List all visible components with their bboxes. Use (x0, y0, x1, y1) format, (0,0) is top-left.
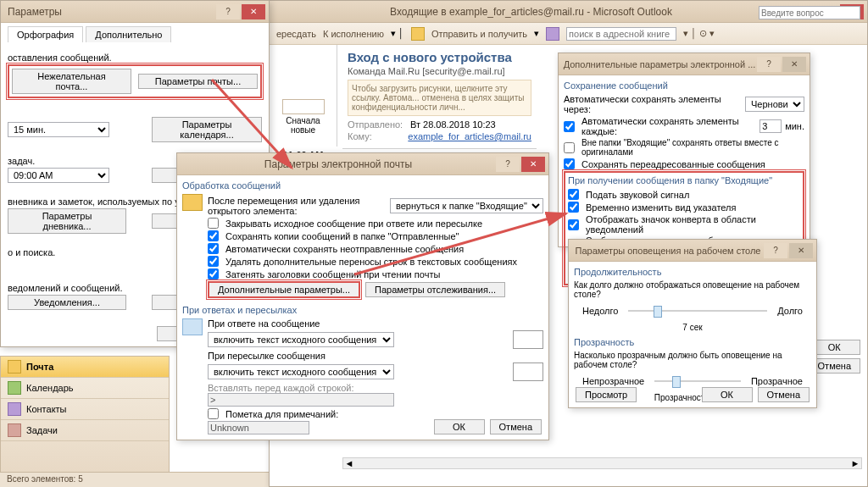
transparent-label: Прозрачное (751, 376, 803, 386)
params-close-button[interactable]: ✕ (242, 4, 265, 19)
to-label: Кому: (348, 131, 404, 141)
sendreceive-icon (411, 27, 425, 41)
addressbook-search[interactable] (566, 27, 676, 41)
mail-handling-icon (182, 194, 203, 211)
desktopalert-close-button[interactable]: ✕ (789, 243, 813, 258)
additional-params-button[interactable]: Дополнительные параметры... (208, 281, 360, 298)
message-title: Вход с нового устройства (348, 50, 531, 64)
sort-newest[interactable]: Сначала новые (273, 116, 333, 135)
mail-icon (8, 360, 21, 374)
preview-button[interactable]: Просмотр (576, 387, 637, 402)
prefix-label: Вставлять перед каждой строкой: (208, 383, 543, 393)
contacts-icon (8, 402, 21, 416)
message-infobar[interactable]: Чтобы загрузить рисунки, щелкните эту сс… (348, 80, 531, 116)
toolbar-reply[interactable]: ересдать (276, 29, 316, 39)
cursor-checkbox[interactable] (568, 202, 579, 213)
tab-spelling[interactable]: Орфография (8, 26, 83, 42)
nav-contacts[interactable]: Контакты (1, 399, 169, 420)
junk-mail-button[interactable]: Нежелательная почта... (12, 69, 131, 94)
toolbar-followup[interactable]: К исполнению (323, 29, 384, 39)
duration-slider[interactable] (628, 302, 767, 319)
autosave-folder-select[interactable]: Черновики (745, 97, 804, 112)
message-from: Команда Mail.Ru [security@e.mail.ru] (348, 66, 531, 76)
mailparams-cancel-button[interactable]: Отмена (490, 419, 542, 434)
sent-value: Вт 28.08.2018 10:23 (410, 119, 496, 130)
replies-header: При ответах и пересылках (182, 305, 543, 315)
close-orig-checkbox[interactable] (208, 218, 219, 229)
search-box[interactable] (282, 99, 325, 114)
autosave-interval-select[interactable]: 15 мин. (8, 122, 109, 137)
autosave-checkbox[interactable] (208, 243, 219, 254)
tracking-params-button[interactable]: Параметры отслеживания... (365, 282, 505, 297)
desktopalert-title: Параметры оповещения на рабочем столе (572, 246, 764, 256)
duration-header: Продолжительность (574, 267, 811, 277)
horizontal-scrollbar[interactable]: ◄ ► (342, 457, 862, 469)
sound-checkbox[interactable] (568, 189, 579, 200)
reply-include-select[interactable]: включить текст исходного сообщения (208, 332, 394, 347)
advparams-title: Дополнительные параметры электронной ... (562, 59, 757, 69)
msg-section-label: оставления сообщений. (8, 53, 262, 63)
save-header: Сохранение сообщений (564, 80, 804, 91)
advparams-help-button[interactable]: ? (757, 57, 781, 72)
duration-value: 7 сек (574, 323, 811, 332)
aftermove-label: После перемещения или удаления открытого… (208, 196, 387, 216)
diary-params-button[interactable]: Параметры дневника... (8, 208, 126, 234)
duration-short-label: Недолго (582, 306, 618, 316)
autosave-min-input[interactable] (760, 119, 782, 133)
nav-tasks[interactable]: Задачи (1, 420, 169, 441)
reply-preview-icon (513, 330, 543, 349)
desktopalert-cancel-button[interactable]: Отмена (758, 387, 810, 402)
notifications-button[interactable]: Уведомления... (8, 295, 126, 310)
out-inbox-checkbox[interactable] (564, 142, 575, 153)
prefix-input (208, 393, 394, 407)
opaque-label: Непрозрачное (582, 376, 644, 386)
calendar-params-button[interactable]: Параметры календаря... (152, 117, 262, 142)
reply-icon (182, 318, 203, 335)
params-title: Параметры (4, 6, 216, 18)
save-sent-checkbox[interactable] (208, 230, 219, 241)
to-value: example_for_articles@mail.ru (408, 131, 531, 141)
nav-calendar[interactable]: Календарь (1, 378, 169, 399)
calendar-icon (8, 381, 21, 395)
app-title: Входящие в example_for_articles@mail.ru … (273, 6, 789, 18)
task-time-select[interactable]: 09:00 AM (8, 168, 109, 183)
tab-advanced[interactable]: Дополнительно (86, 26, 171, 42)
transparency-header: Прозрачность (574, 337, 811, 347)
mailparams-close-button[interactable]: ✕ (521, 157, 545, 172)
envelope-checkbox[interactable] (568, 219, 579, 230)
addressbook-icon[interactable] (546, 27, 559, 41)
advparams-close-button[interactable]: ✕ (782, 57, 806, 72)
duration-long-label: Долго (777, 306, 803, 316)
params-help-button[interactable]: ? (216, 4, 240, 19)
sent-label: Отправлено: (348, 119, 407, 130)
help-search[interactable] (759, 6, 860, 19)
desktopalert-help-button[interactable]: ? (764, 243, 787, 258)
forward-include-select[interactable]: включить текст исходного сообщения (208, 364, 394, 379)
on-forward-label: При пересылке сообщения (208, 351, 543, 361)
markup-checkbox[interactable] (208, 408, 219, 419)
save-fwd-checkbox[interactable] (564, 158, 575, 169)
on-reply-label: При ответе на сообщение (208, 318, 543, 329)
tasks-icon (8, 423, 21, 437)
remove-breaks-checkbox[interactable] (208, 256, 219, 267)
shade-headers-checkbox[interactable] (208, 268, 219, 279)
desktopalert-ok-button[interactable]: ОК (702, 387, 753, 402)
transparency-question: Насколько прозрачным должно быть оповеще… (574, 351, 811, 369)
mailparams-help-button[interactable]: ? (496, 157, 520, 172)
inbox-header: При получении сообщения в папку "Входящи… (568, 175, 800, 185)
markup-input (208, 421, 309, 434)
forward-preview-icon (513, 362, 543, 381)
mail-params-button[interactable]: Параметры почты... (138, 74, 258, 89)
mailparams-ok-button[interactable]: ОК (434, 419, 485, 434)
aftermove-select[interactable]: вернуться к папке "Входящие" (390, 198, 543, 213)
duration-question: Как долго должно отображаться оповещение… (574, 280, 811, 299)
toolbar-sendreceive[interactable]: Отправить и получить (431, 29, 527, 39)
nav-mail[interactable]: Почта (1, 357, 169, 378)
autosave-min-checkbox[interactable] (564, 121, 575, 132)
handling-header: Обработка сообщений (182, 180, 543, 191)
mailparams-title: Параметры электронной почты (181, 158, 496, 170)
